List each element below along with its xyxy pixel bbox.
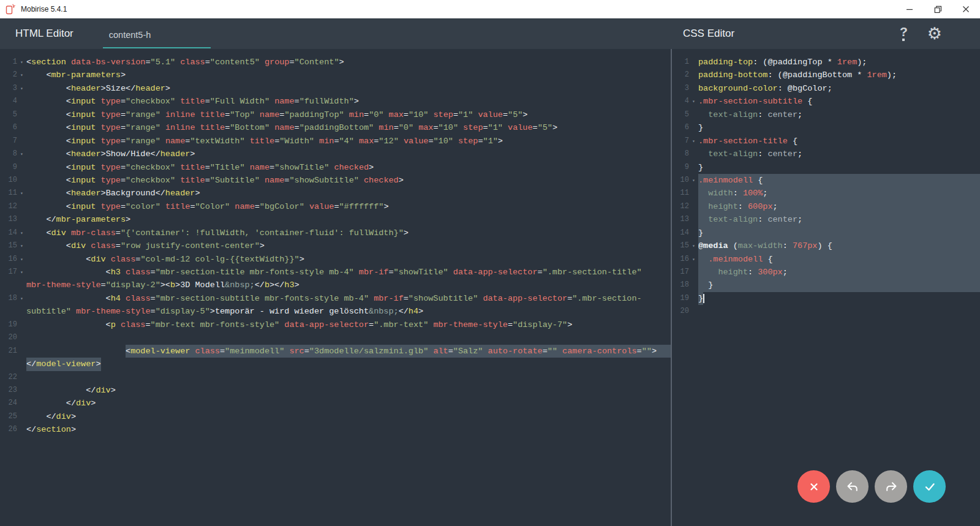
code-line[interactable]: 8 text-align: center; [672,148,980,160]
selection-fill [703,227,980,239]
fold-arrow-icon[interactable]: ▾ [689,95,698,108]
code-line[interactable]: 2▾ <mbr-parameters> [0,69,671,81]
code-line[interactable]: 17 height: 300px; [672,266,980,279]
fold-arrow-icon[interactable]: ▾ [17,292,26,305]
code-line[interactable]: 16▾ .meinmodell { [672,253,980,266]
selected-code: .meinmodell { [698,253,773,266]
code-line[interactable]: 10▾.meinmodell { [672,174,980,187]
code-line[interactable]: 3▾ <header>Size</header> [0,82,671,95]
code-line[interactable]: 4 <input type="checkbox" title="Full Wid… [0,95,671,108]
line-number: 12 [0,200,17,213]
fold-spacer [689,82,698,95]
line-number: 18 [0,292,17,305]
code-line[interactable]: 9} [672,161,980,174]
help-icon[interactable]: ? [900,26,908,41]
minimize-button[interactable] [895,0,924,18]
code-line[interactable]: 15▾@media (max-width: 767px) { [672,239,980,252]
code-line[interactable]: 2padding-bottom: (@paddingBottom * 1rem)… [672,69,980,81]
code-line[interactable]: 3background-color: @bgColor; [672,82,980,95]
code-line[interactable]: subtitle" mbr-theme-style="display-5">te… [0,305,671,318]
code-line[interactable]: 9 <input type="checkbox" title="Title" n… [0,161,671,174]
fold-spacer [689,227,698,239]
tab-content5-h[interactable]: content5-h [103,23,211,48]
code-line[interactable]: 7 <input type="range" name="textWidth" t… [0,135,671,148]
code-line[interactable]: 5 text-align: center; [672,108,980,121]
code-line[interactable]: 12 <input type="color" title="Color" nam… [0,200,671,213]
close-button[interactable] [952,0,980,18]
code-line[interactable]: 15▾ <div class="row justify-content-cent… [0,239,671,252]
code-line[interactable]: 1▾<section data-bs-version="5.1" class="… [0,56,671,69]
line-number: 6 [0,121,17,134]
code-line[interactable]: 14} [672,227,980,239]
cancel-button[interactable] [797,470,830,503]
code-line[interactable]: 12 height: 600px; [672,200,980,213]
code-line[interactable]: 23 </div> [0,384,671,397]
code-line[interactable]: 5 <input type="range" inline title="Top"… [0,108,671,121]
fold-spacer [17,318,26,331]
confirm-button[interactable] [913,470,946,503]
line-number: 13 [0,213,17,226]
css-code-editor[interactable]: 1padding-top: (@paddingTop * 1rem);2padd… [672,49,980,526]
code-line[interactable]: 6 <input type="range" inline title="Bott… [0,121,671,134]
code-line[interactable]: 11▾ <header>Background</header> [0,187,671,200]
code-line[interactable]: 16▾ <div class="col-md-12 col-lg-{{textW… [0,253,671,266]
fold-arrow-icon[interactable]: ▾ [17,56,26,69]
fold-arrow-icon[interactable]: ▾ [17,187,26,200]
fold-arrow-icon[interactable]: ▾ [17,253,26,266]
fold-arrow-icon[interactable]: ▾ [17,69,26,81]
fold-arrow-icon[interactable]: ▾ [689,253,698,266]
redo-button[interactable] [875,470,907,503]
fold-arrow-icon[interactable]: ▾ [689,174,698,187]
code-line[interactable]: 18▾ <h4 class="mbr-section-subtitle mbr-… [0,292,671,305]
action-buttons [797,470,946,503]
code-line[interactable]: 18 } [672,279,980,291]
code-line[interactable]: 19} [672,292,980,305]
code-line[interactable]: mbr-theme-style="display-2"><b>3D Modell… [0,279,671,291]
fold-arrow-icon[interactable]: ▾ [17,148,26,160]
settings-gear-icon[interactable]: ⚙ [927,24,942,43]
restore-button[interactable] [924,0,952,18]
code-line[interactable]: 24 </div> [0,397,671,410]
line-number: 17 [0,266,17,279]
code-line[interactable]: </model-viewer> [0,358,671,370]
code-line[interactable]: 13 text-align: center; [672,213,980,226]
code-line[interactable]: 1padding-top: (@paddingTop * 1rem); [672,56,980,69]
line-number: 17 [672,266,689,279]
code-line[interactable]: 8▾ <header>Show/Hide</header> [0,148,671,160]
code-line[interactable]: 26</section> [0,423,671,436]
fold-spacer [17,135,26,148]
line-number: 2 [0,69,17,81]
fold-arrow-icon[interactable]: ▾ [17,227,26,239]
code-line[interactable]: 25 </div> [0,410,671,423]
code-line[interactable]: 20 [672,305,980,318]
fold-arrow-icon[interactable]: ▾ [17,82,26,95]
code-line[interactable]: 7▾.mbr-section-title { [672,135,980,148]
fold-arrow-icon[interactable]: ▾ [17,239,26,252]
code-line[interactable]: 20 [0,331,671,344]
code-line[interactable]: 22 [0,371,671,384]
line-number: 20 [672,305,689,318]
code-line[interactable]: 19 <p class="mbr-text mbr-fonts-style" d… [0,318,671,331]
html-code-editor[interactable]: 1▾<section data-bs-version="5.1" class="… [0,49,671,526]
undo-button[interactable] [836,470,869,503]
code-line[interactable]: 13 </mbr-parameters> [0,213,671,226]
code-line[interactable]: 14▾ <div mbr-class="{'container': !fullW… [0,227,671,239]
fold-arrow-icon[interactable]: ▾ [689,135,698,148]
code-line[interactable]: 6} [672,121,980,134]
code-line[interactable]: 17▾ <h3 class="mbr-section-title mbr-fon… [0,266,671,279]
fold-arrow-icon[interactable]: ▾ [689,239,698,252]
code-line[interactable]: 11 width: 100%; [672,187,980,200]
line-number [0,305,17,318]
fold-spacer [689,121,698,134]
code-line[interactable]: 4▾.mbr-section-subtitle { [672,95,980,108]
line-number: 8 [0,148,17,160]
line-number: 11 [672,187,689,200]
selection-fill [767,187,980,200]
code-line[interactable]: 21 <model-viewer class="meinmodell" src=… [0,345,671,358]
code-line[interactable]: 10 <input type="checkbox" title="Subtitl… [0,174,671,187]
window-title: Mobirise 5.4.1 [21,5,67,13]
css-editor-title: CSS Editor [683,28,734,40]
fold-arrow-icon[interactable]: ▾ [17,266,26,279]
selected-code: </model-viewer> [26,358,101,370]
fold-spacer [689,292,698,305]
